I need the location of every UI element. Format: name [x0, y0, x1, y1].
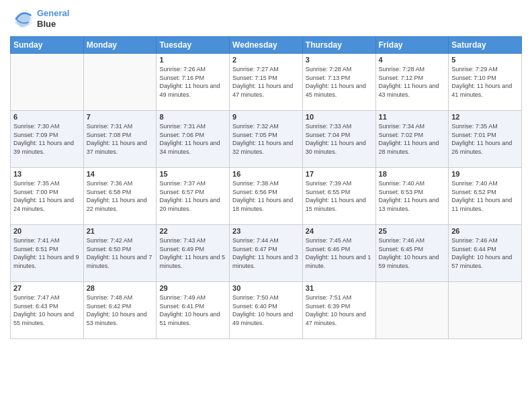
day-info: Sunrise: 7:47 AM Sunset: 6:43 PM Dayligh…: [13, 293, 81, 327]
calendar-cell: 22Sunrise: 7:43 AM Sunset: 6:49 PM Dayli…: [157, 225, 230, 282]
day-info: Sunrise: 7:34 AM Sunset: 7:02 PM Dayligh…: [379, 122, 446, 156]
day-number: 3: [306, 56, 373, 64]
calendar-cell: 17Sunrise: 7:39 AM Sunset: 6:55 PM Dayli…: [302, 168, 375, 225]
day-info: Sunrise: 7:42 AM Sunset: 6:50 PM Dayligh…: [87, 236, 154, 270]
day-header-tuesday: Tuesday: [157, 37, 230, 54]
day-number: 18: [379, 170, 446, 178]
day-number: 24: [306, 227, 373, 235]
day-number: 7: [87, 113, 154, 121]
calendar-cell: [449, 282, 522, 339]
day-number: 6: [13, 113, 81, 121]
day-number: 25: [379, 227, 446, 235]
day-info: Sunrise: 7:37 AM Sunset: 6:57 PM Dayligh…: [159, 179, 226, 213]
day-info: Sunrise: 7:29 AM Sunset: 7:10 PM Dayligh…: [451, 65, 519, 99]
day-info: Sunrise: 7:28 AM Sunset: 7:12 PM Dayligh…: [379, 65, 446, 99]
day-info: Sunrise: 7:40 AM Sunset: 6:53 PM Dayligh…: [379, 179, 446, 213]
day-number: 13: [13, 170, 81, 178]
day-number: 27: [13, 284, 81, 292]
day-number: 15: [159, 170, 226, 178]
day-number: 2: [232, 56, 300, 64]
calendar-cell: 1Sunrise: 7:26 AM Sunset: 7:16 PM Daylig…: [157, 54, 230, 111]
day-number: 28: [87, 284, 154, 292]
day-number: 5: [451, 56, 519, 64]
calendar-cell: 9Sunrise: 7:32 AM Sunset: 7:05 PM Daylig…: [230, 111, 303, 168]
calendar-cell: 7Sunrise: 7:31 AM Sunset: 7:08 PM Daylig…: [83, 111, 157, 168]
day-number: 22: [159, 227, 226, 235]
day-header-sunday: Sunday: [11, 37, 84, 54]
day-info: Sunrise: 7:36 AM Sunset: 6:58 PM Dayligh…: [87, 179, 154, 213]
day-header-wednesday: Wednesday: [230, 37, 303, 54]
calendar-cell: 29Sunrise: 7:49 AM Sunset: 6:41 PM Dayli…: [157, 282, 230, 339]
calendar-cell: 6Sunrise: 7:30 AM Sunset: 7:09 PM Daylig…: [11, 111, 84, 168]
calendar-cell: 25Sunrise: 7:46 AM Sunset: 6:45 PM Dayli…: [375, 225, 449, 282]
calendar-cell: 23Sunrise: 7:44 AM Sunset: 6:47 PM Dayli…: [230, 225, 303, 282]
calendar-cell: 18Sunrise: 7:40 AM Sunset: 6:53 PM Dayli…: [375, 168, 449, 225]
calendar-cell: [83, 54, 157, 111]
day-number: 31: [306, 284, 373, 292]
calendar-cell: 11Sunrise: 7:34 AM Sunset: 7:02 PM Dayli…: [375, 111, 449, 168]
day-info: Sunrise: 7:46 AM Sunset: 6:44 PM Dayligh…: [451, 236, 519, 270]
day-number: 20: [13, 227, 81, 235]
day-info: Sunrise: 7:38 AM Sunset: 6:56 PM Dayligh…: [232, 179, 300, 213]
day-header-friday: Friday: [375, 37, 449, 54]
day-info: Sunrise: 7:30 AM Sunset: 7:09 PM Dayligh…: [13, 122, 81, 156]
calendar-cell: 10Sunrise: 7:33 AM Sunset: 7:04 PM Dayli…: [302, 111, 375, 168]
calendar-cell: 20Sunrise: 7:41 AM Sunset: 6:51 PM Dayli…: [11, 225, 84, 282]
day-info: Sunrise: 7:35 AM Sunset: 7:00 PM Dayligh…: [13, 179, 81, 213]
day-info: Sunrise: 7:44 AM Sunset: 6:47 PM Dayligh…: [232, 236, 300, 270]
day-number: 21: [87, 227, 154, 235]
calendar-cell: 8Sunrise: 7:31 AM Sunset: 7:06 PM Daylig…: [157, 111, 230, 168]
day-info: Sunrise: 7:27 AM Sunset: 7:15 PM Dayligh…: [232, 65, 300, 99]
day-info: Sunrise: 7:26 AM Sunset: 7:16 PM Dayligh…: [159, 65, 226, 99]
day-info: Sunrise: 7:48 AM Sunset: 6:42 PM Dayligh…: [87, 293, 154, 327]
calendar-cell: 30Sunrise: 7:50 AM Sunset: 6:40 PM Dayli…: [230, 282, 303, 339]
day-info: Sunrise: 7:31 AM Sunset: 7:06 PM Dayligh…: [159, 122, 226, 156]
day-number: 16: [232, 170, 300, 178]
calendar-cell: 24Sunrise: 7:45 AM Sunset: 6:46 PM Dayli…: [302, 225, 375, 282]
day-info: Sunrise: 7:35 AM Sunset: 7:01 PM Dayligh…: [451, 122, 519, 156]
calendar-cell: 27Sunrise: 7:47 AM Sunset: 6:43 PM Dayli…: [11, 282, 84, 339]
day-info: Sunrise: 7:28 AM Sunset: 7:13 PM Dayligh…: [306, 65, 373, 99]
calendar-week-row: 1Sunrise: 7:26 AM Sunset: 7:16 PM Daylig…: [11, 54, 522, 111]
day-info: Sunrise: 7:50 AM Sunset: 6:40 PM Dayligh…: [232, 293, 300, 327]
page: General Blue SundayMondayTuesdayWednesda…: [0, 0, 532, 411]
day-info: Sunrise: 7:32 AM Sunset: 7:05 PM Dayligh…: [232, 122, 300, 156]
day-number: 4: [379, 56, 446, 64]
day-number: 12: [451, 113, 519, 121]
day-info: Sunrise: 7:49 AM Sunset: 6:41 PM Dayligh…: [159, 293, 226, 327]
day-number: 23: [232, 227, 300, 235]
calendar-cell: 14Sunrise: 7:36 AM Sunset: 6:58 PM Dayli…: [83, 168, 157, 225]
day-info: Sunrise: 7:31 AM Sunset: 7:08 PM Dayligh…: [87, 122, 154, 156]
calendar-cell: 31Sunrise: 7:51 AM Sunset: 6:39 PM Dayli…: [302, 282, 375, 339]
calendar-cell: [11, 54, 84, 111]
calendar: SundayMondayTuesdayWednesdayThursdayFrid…: [10, 36, 522, 339]
calendar-week-row: 20Sunrise: 7:41 AM Sunset: 6:51 PM Dayli…: [11, 225, 522, 282]
day-header-saturday: Saturday: [449, 37, 522, 54]
logo-icon: [10, 7, 34, 31]
calendar-week-row: 13Sunrise: 7:35 AM Sunset: 7:00 PM Dayli…: [11, 168, 522, 225]
day-info: Sunrise: 7:33 AM Sunset: 7:04 PM Dayligh…: [306, 122, 373, 156]
logo: General Blue: [10, 7, 69, 31]
calendar-cell: 4Sunrise: 7:28 AM Sunset: 7:12 PM Daylig…: [375, 54, 449, 111]
day-info: Sunrise: 7:51 AM Sunset: 6:39 PM Dayligh…: [306, 293, 373, 327]
day-number: 26: [451, 227, 519, 235]
day-info: Sunrise: 7:40 AM Sunset: 6:52 PM Dayligh…: [451, 179, 519, 213]
day-number: 11: [379, 113, 446, 121]
day-info: Sunrise: 7:41 AM Sunset: 6:51 PM Dayligh…: [13, 236, 81, 270]
day-info: Sunrise: 7:43 AM Sunset: 6:49 PM Dayligh…: [159, 236, 226, 270]
day-number: 19: [451, 170, 519, 178]
calendar-cell: 26Sunrise: 7:46 AM Sunset: 6:44 PM Dayli…: [449, 225, 522, 282]
logo-text: General Blue: [37, 8, 69, 29]
calendar-cell: 13Sunrise: 7:35 AM Sunset: 7:00 PM Dayli…: [11, 168, 84, 225]
day-number: 17: [306, 170, 373, 178]
calendar-cell: [375, 282, 449, 339]
calendar-cell: 21Sunrise: 7:42 AM Sunset: 6:50 PM Dayli…: [83, 225, 157, 282]
day-number: 10: [306, 113, 373, 121]
day-number: 30: [232, 284, 300, 292]
calendar-cell: 3Sunrise: 7:28 AM Sunset: 7:13 PM Daylig…: [302, 54, 375, 111]
day-number: 14: [87, 170, 154, 178]
day-header-monday: Monday: [83, 37, 157, 54]
calendar-week-row: 27Sunrise: 7:47 AM Sunset: 6:43 PM Dayli…: [11, 282, 522, 339]
calendar-cell: 15Sunrise: 7:37 AM Sunset: 6:57 PM Dayli…: [157, 168, 230, 225]
calendar-cell: 28Sunrise: 7:48 AM Sunset: 6:42 PM Dayli…: [83, 282, 157, 339]
